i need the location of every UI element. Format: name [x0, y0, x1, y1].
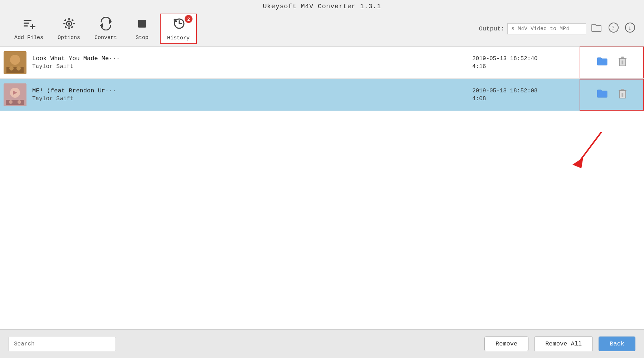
- svg-text:i: i: [629, 24, 631, 31]
- file-actions-2: [580, 79, 644, 111]
- stop-label: Stop: [136, 35, 148, 41]
- output-path-input[interactable]: [507, 23, 586, 34]
- file-title-1: Look What You Made Me···: [32, 55, 472, 62]
- file-info-2: ME! (feat Brendon Ur··· Taylor Swift: [32, 87, 472, 102]
- svg-rect-41: [621, 89, 624, 90]
- svg-text:?: ?: [612, 24, 615, 31]
- remove-all-button[interactable]: Remove All: [534, 337, 593, 351]
- svg-rect-8: [68, 27, 70, 29]
- svg-rect-9: [63, 23, 65, 24]
- file-duration-1: 4:16: [472, 63, 572, 70]
- delete-button-2[interactable]: [616, 87, 629, 103]
- file-actions-1: [580, 47, 644, 78]
- open-folder-button-2[interactable]: [595, 87, 609, 102]
- history-label: History: [167, 35, 190, 41]
- history-button[interactable]: 2 History: [160, 14, 197, 44]
- annotation-arrow: [558, 129, 615, 172]
- options-label: Options: [58, 35, 80, 41]
- remove-button[interactable]: Remove: [484, 337, 528, 351]
- svg-rect-13: [64, 26, 67, 28]
- app-title: Ukeysoft M4V Converter 1.3.1: [263, 3, 381, 10]
- svg-rect-25: [6, 67, 24, 73]
- svg-rect-2: [24, 25, 28, 26]
- thumbnail-2: [4, 83, 26, 106]
- file-meta-2: 2019-05-13 18:52:08 4:08: [472, 88, 572, 102]
- svg-point-24: [10, 55, 20, 65]
- convert-button[interactable]: Convert: [87, 15, 124, 43]
- svg-rect-29: [619, 58, 626, 59]
- stop-button[interactable]: Stop: [124, 15, 160, 43]
- history-icon: [171, 16, 186, 34]
- svg-line-45: [580, 132, 601, 161]
- search-input[interactable]: [9, 337, 116, 351]
- file-date-2: 2019-05-13 18:52:08: [472, 88, 572, 94]
- help-button[interactable]: ?: [607, 21, 620, 36]
- delete-button-1[interactable]: [616, 54, 629, 71]
- add-files-icon: [22, 17, 36, 33]
- options-icon: [62, 17, 76, 33]
- svg-rect-40: [619, 90, 626, 91]
- output-label: Output:: [479, 25, 504, 32]
- file-artist-1: Taylor Swift: [32, 63, 472, 70]
- output-area: Output: ? i: [479, 21, 637, 36]
- options-button[interactable]: Options: [50, 15, 87, 43]
- svg-point-37: [9, 100, 13, 104]
- svg-point-26: [9, 66, 14, 71]
- thumbnail-1: [4, 51, 26, 74]
- svg-rect-11: [64, 19, 66, 21]
- history-badge: 2: [185, 15, 192, 23]
- svg-rect-4: [30, 26, 35, 27]
- title-bar: Ukeysoft M4V Converter 1.3.1: [0, 0, 644, 11]
- svg-rect-10: [73, 23, 75, 24]
- content-area: Look What You Made Me··· Taylor Swift 20…: [0, 47, 644, 329]
- file-info-1: Look What You Made Me··· Taylor Swift: [32, 55, 472, 70]
- svg-point-27: [16, 66, 21, 71]
- back-button[interactable]: Back: [599, 337, 635, 351]
- file-date-1: 2019-05-13 18:52:40: [472, 55, 572, 62]
- svg-rect-36: [6, 100, 24, 105]
- stop-icon: [135, 17, 149, 33]
- svg-rect-14: [70, 26, 73, 28]
- toolbar: Add Files Options: [0, 11, 644, 47]
- file-duration-2: 4:08: [472, 96, 572, 102]
- svg-rect-17: [138, 20, 146, 28]
- bottom-bar: Remove Remove All Back: [0, 329, 644, 358]
- add-files-label: Add Files: [14, 35, 43, 41]
- svg-point-38: [18, 100, 21, 104]
- add-files-button[interactable]: Add Files: [7, 15, 50, 43]
- file-row-2[interactable]: ME! (feat Brendon Ur··· Taylor Swift 201…: [0, 79, 644, 111]
- browse-output-button[interactable]: [589, 22, 604, 35]
- file-meta-1: 2019-05-13 18:52:40 4:16: [472, 55, 572, 70]
- svg-rect-1: [24, 23, 29, 24]
- svg-marker-46: [572, 158, 583, 168]
- open-folder-button-1[interactable]: [595, 55, 609, 70]
- svg-point-6: [68, 23, 70, 25]
- file-title-2: ME! (feat Brendon Ur···: [32, 87, 472, 94]
- file-artist-2: Taylor Swift: [32, 96, 472, 102]
- convert-label: Convert: [94, 35, 117, 41]
- info-button[interactable]: i: [623, 21, 637, 36]
- svg-rect-12: [71, 19, 74, 21]
- convert-icon: [99, 17, 113, 33]
- file-row-1[interactable]: Look What You Made Me··· Taylor Swift 20…: [0, 47, 644, 79]
- svg-rect-7: [68, 18, 70, 20]
- svg-rect-0: [24, 20, 31, 21]
- svg-rect-30: [621, 57, 624, 58]
